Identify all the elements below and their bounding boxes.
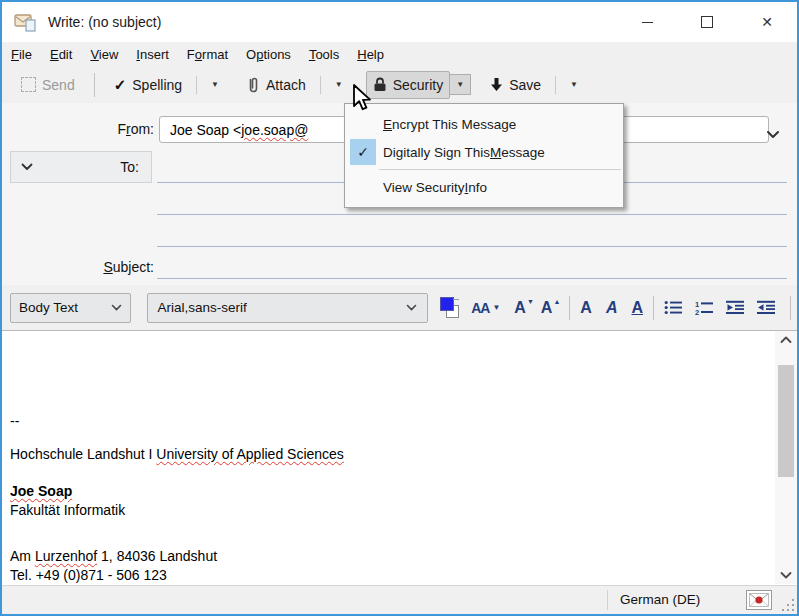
indent-icon — [757, 300, 776, 315]
menu-options[interactable]: Options — [237, 44, 300, 65]
attach-group: Attach ▼ — [240, 70, 350, 100]
attach-button[interactable]: Attach — [240, 70, 313, 100]
signature-line: Hochschule Landshut I University of Appl… — [10, 445, 763, 464]
outdent-icon — [726, 300, 745, 315]
titlebar: Write: (no subject) ✕ — [2, 2, 797, 42]
format-toolbar: Body Text Arial,sans-serif AA▼ A▼ A▲ A A… — [2, 285, 797, 331]
save-label: Save — [509, 77, 541, 93]
menubar: File Edit View Insert Format Options Too… — [2, 42, 797, 66]
close-button[interactable]: ✕ — [737, 2, 797, 42]
menu-tools[interactable]: Tools — [300, 44, 348, 65]
text-color-picker[interactable] — [440, 297, 460, 318]
bold-button[interactable]: A — [576, 296, 596, 320]
font-value: Arial,sans-serif — [158, 300, 247, 315]
menu-insert[interactable]: Insert — [127, 44, 178, 65]
dropdown-arrow-icon: ▼ — [492, 303, 500, 312]
subject-label: Subject: — [2, 259, 154, 275]
font-select[interactable]: Arial,sans-serif — [147, 293, 428, 323]
recipient-field[interactable] — [157, 214, 787, 215]
security-button[interactable]: Security — [366, 71, 451, 99]
underline-button[interactable]: A — [627, 296, 647, 320]
spellcheck-icon: ✓ — [114, 76, 127, 94]
svg-text:2: 2 — [695, 308, 699, 316]
spelling-label: Spelling — [132, 77, 182, 93]
send-label: Send — [42, 77, 75, 93]
maximize-icon — [701, 16, 713, 28]
close-icon: ✕ — [761, 15, 773, 29]
security-group: Security ▼ — [366, 71, 472, 99]
button-divider — [320, 76, 321, 94]
menu-edit[interactable]: Edit — [41, 44, 81, 65]
triangle-up-icon: ▲ — [553, 298, 560, 305]
maximize-button[interactable] — [677, 2, 737, 42]
spelling-dropdown-arrow[interactable]: ▼ — [204, 74, 226, 95]
menu-help[interactable]: Help — [348, 44, 393, 65]
outdent-button[interactable] — [722, 297, 749, 318]
compose-window-icon — [14, 12, 38, 32]
chevron-down-icon — [406, 304, 417, 311]
numbered-list-button[interactable]: 1 2 — [691, 297, 718, 319]
from-dropdown-chevron[interactable] — [766, 125, 780, 143]
menu-item-digitally-sign-this-message[interactable]: ✓ Digitally Sign This Message — [345, 138, 623, 166]
minimize-button[interactable] — [617, 2, 677, 42]
save-dropdown-arrow[interactable]: ▼ — [563, 74, 585, 95]
message-body-editor[interactable]: -- Hochschule Landshut I University of A… — [2, 331, 797, 584]
spelling-button[interactable]: ✓ Spelling — [107, 70, 189, 100]
recipient-field[interactable] — [157, 246, 787, 247]
chevron-down-icon — [21, 163, 33, 171]
signature-line: Joe Soap — [10, 482, 763, 501]
paperclip-icon — [247, 76, 260, 94]
format-separator — [653, 296, 654, 320]
chevron-down-icon — [780, 571, 792, 579]
paragraph-style-select[interactable]: Body Text — [10, 293, 131, 323]
send-button[interactable]: Send — [14, 71, 82, 99]
statusbar-separator — [607, 590, 608, 610]
scrollbar-thumb[interactable] — [778, 365, 794, 477]
compose-toolbar: Send ✓ Spelling ▼ Attach ▼ — [2, 66, 797, 104]
menu-separator — [379, 169, 621, 170]
decrease-font-size-button[interactable]: A▼ — [510, 297, 537, 319]
menu-format[interactable]: Format — [178, 44, 237, 65]
scroll-down-button[interactable] — [775, 566, 797, 584]
attach-dropdown-arrow[interactable]: ▼ — [328, 74, 350, 95]
bullet-list-button[interactable] — [660, 297, 687, 318]
format-separator — [790, 296, 791, 320]
format-separator — [569, 296, 570, 320]
toolbar-separator — [94, 73, 95, 97]
security-label: Security — [393, 77, 444, 93]
numbered-list-icon: 1 2 — [695, 300, 714, 316]
bullet-list-icon — [664, 300, 683, 315]
compose-window: Write: (no subject) ✕ File Edit View Ins… — [0, 0, 799, 616]
resize-grip[interactable] — [780, 597, 794, 611]
send-icon — [21, 77, 36, 92]
signature-block: -- Hochschule Landshut I University of A… — [10, 331, 763, 585]
italic-button[interactable]: A — [602, 296, 622, 320]
scroll-up-button[interactable] — [775, 331, 797, 349]
security-dropdown-menu: Encrypt This Message ✓ Digitally Sign Th… — [344, 103, 624, 208]
menu-view[interactable]: View — [81, 44, 127, 65]
menu-item-encrypt-this-message[interactable]: Encrypt This Message — [345, 110, 623, 138]
lock-icon — [373, 77, 387, 92]
spellcheck-language[interactable]: German (DE) — [620, 592, 700, 607]
save-button[interactable]: Save — [483, 71, 548, 99]
increase-font-size-button[interactable]: A▲ — [537, 297, 564, 319]
dictionary-flag-icon[interactable] — [746, 590, 772, 610]
window-controls: ✕ — [617, 2, 797, 42]
spelling-group: ✓ Spelling ▼ — [107, 70, 226, 100]
menu-file[interactable]: File — [2, 44, 41, 65]
signature-line: Tel. +49 (0)871 - 506 123 — [10, 566, 763, 585]
chevron-up-icon — [780, 336, 792, 344]
chevron-down-icon — [111, 304, 122, 311]
font-size-picker-button[interactable]: AA▼ — [467, 297, 504, 319]
window-title: Write: (no subject) — [48, 14, 161, 30]
indent-button[interactable] — [753, 297, 780, 318]
save-group: Save ▼ — [483, 71, 585, 99]
body-scrollbar[interactable] — [775, 331, 797, 584]
attach-label: Attach — [266, 77, 306, 93]
recipient-type-selector[interactable]: To: — [10, 151, 152, 183]
security-dropdown-arrow[interactable]: ▼ — [450, 74, 471, 95]
color-picker-dash — [453, 299, 459, 300]
menu-item-view-security-info[interactable]: View Security Info — [345, 173, 623, 201]
foreground-color-swatch — [440, 297, 454, 311]
subject-field[interactable] — [157, 278, 787, 279]
